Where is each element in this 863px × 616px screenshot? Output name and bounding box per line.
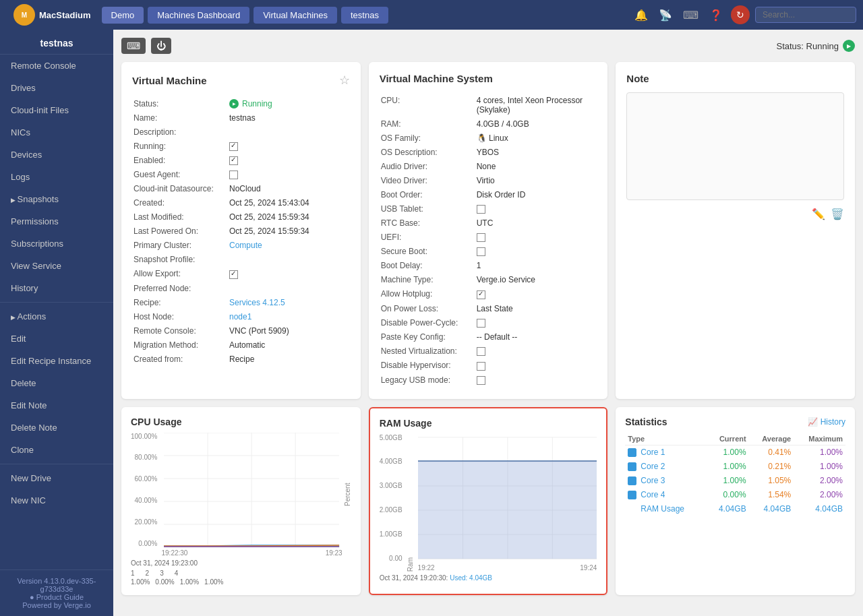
cpu-y-0: 0.00% bbox=[131, 540, 157, 547]
col-type: Type bbox=[625, 433, 706, 445]
vm-value-last-powered: Oct 25, 2024 15:59:34 bbox=[229, 225, 349, 238]
vm-label-recipe: Recipe: bbox=[133, 296, 228, 309]
nav-tab-virtual-machines[interactable]: Virtual Machines bbox=[254, 7, 337, 24]
vm-info-table: Status: Running Name: testnas D bbox=[132, 96, 350, 367]
sidebar-item-clone[interactable]: Clone bbox=[0, 439, 113, 461]
stats-row-core4: Core 4 0.00% 1.54% 2.00% bbox=[625, 488, 845, 502]
sidebar-item-new-drive[interactable]: New Drive bbox=[0, 467, 113, 489]
sidebar-item-drives[interactable]: Drives bbox=[0, 77, 113, 99]
core3-checkbox[interactable] bbox=[628, 476, 636, 485]
core2-maximum: 1.00% bbox=[794, 460, 845, 474]
cards-row: Virtual Machine ☆ Status: Running bbox=[121, 62, 855, 399]
vm-field-migration-method: Migration Method: Automatic bbox=[133, 338, 349, 351]
note-delete-button[interactable]: 🗑️ bbox=[831, 208, 844, 220]
sys-label-boot-delay: Boot Delay: bbox=[381, 259, 475, 272]
usb-tablet-checkbox bbox=[477, 205, 485, 214]
core4-label: Core 4 bbox=[641, 490, 665, 499]
sys-label-ram: RAM: bbox=[381, 117, 475, 130]
vm-field-last-powered: Last Powered On: Oct 25, 2024 15:59:34 bbox=[133, 225, 349, 238]
cpu-y-80: 80.00% bbox=[131, 454, 157, 461]
sidebar-item-nics[interactable]: NICs bbox=[0, 121, 113, 144]
keyboard-icon[interactable]: ⌨ bbox=[680, 6, 701, 24]
sidebar-username: testnas bbox=[0, 30, 113, 55]
power-button[interactable]: ⏻ bbox=[151, 38, 171, 54]
hotplug-checkbox bbox=[477, 290, 485, 299]
sidebar-item-delete[interactable]: Delete bbox=[0, 372, 113, 394]
stats-row-core1: Core 1 1.00% 0.41% 1.00% bbox=[625, 445, 845, 460]
sidebar-item-edit-note[interactable]: Edit Note bbox=[0, 394, 113, 417]
sys-label-disable-power-cycle: Disable Power-Cycle: bbox=[381, 316, 475, 329]
running-checkbox bbox=[229, 142, 238, 151]
vm-system-table: CPU: 4 cores, Intel Xeon Processor (Skyl… bbox=[380, 92, 597, 388]
compute-link[interactable]: Compute bbox=[229, 241, 262, 250]
history-link[interactable]: 📈 History bbox=[808, 417, 845, 427]
help-icon[interactable]: ❓ bbox=[707, 6, 725, 24]
search-input[interactable] bbox=[755, 7, 856, 23]
nav-tab-testnas[interactable]: testnas bbox=[341, 7, 388, 24]
sidebar-item-devices[interactable]: Devices bbox=[0, 144, 113, 166]
core1-checkbox[interactable] bbox=[628, 448, 636, 457]
allow-export-checkbox bbox=[229, 270, 238, 279]
sidebar-item-view-service[interactable]: View Service bbox=[0, 255, 113, 277]
uefi-checkbox bbox=[477, 233, 485, 242]
cpu-val-3: 1.00% bbox=[180, 578, 199, 586]
note-card-title: Note bbox=[626, 73, 844, 84]
cpu-y-60: 60.00% bbox=[131, 475, 157, 483]
stats-header: Statistics 📈 History bbox=[625, 417, 845, 427]
sys-value-video: Virtio bbox=[477, 174, 596, 187]
sidebar-item-edit-recipe[interactable]: Edit Recipe Instance bbox=[0, 350, 113, 372]
core2-checkbox[interactable] bbox=[628, 462, 636, 471]
sidebar-item-subscriptions[interactable]: Subscriptions bbox=[0, 233, 113, 255]
core3-label: Core 3 bbox=[641, 476, 665, 485]
vm-value-host-node: node1 bbox=[229, 310, 349, 323]
ram-chart-area: 5.00GB 4.00GB 3.00GB 2.00GB 1.00GB 0.00 … bbox=[380, 434, 597, 572]
sidebar-item-snapshots[interactable]: Snapshots bbox=[0, 188, 113, 210]
ram-footer-used: Used: 4.04GB bbox=[450, 574, 492, 582]
console-button[interactable]: ⌨ bbox=[121, 38, 146, 54]
notifications-icon[interactable]: 🔔 bbox=[632, 6, 651, 24]
sidebar-item-remote-console[interactable]: Remote Console bbox=[0, 55, 113, 77]
ram-chart-inner: 19:22 19:24 bbox=[418, 434, 597, 572]
sys-label-os-desc: OS Description: bbox=[381, 146, 475, 158]
ram-maximum: 4.04GB bbox=[794, 502, 845, 516]
sidebar-item-delete-note[interactable]: Delete Note bbox=[0, 417, 113, 439]
recipe-link[interactable]: Services 4.12.5 bbox=[229, 298, 285, 307]
note-textarea[interactable] bbox=[626, 92, 844, 200]
sidebar-item-logs[interactable]: Logs bbox=[0, 166, 113, 188]
ram-area-fill bbox=[418, 461, 597, 559]
sidebar-item-cloud-init[interactable]: Cloud-init Files bbox=[0, 99, 113, 121]
refresh-button[interactable]: ↻ bbox=[731, 5, 750, 24]
charts-row: CPU Usage 100.00% 80.00% 60.00% 40.00% 2… bbox=[121, 407, 855, 595]
nav-tab-demo[interactable]: Demo bbox=[102, 7, 144, 24]
stats-row-core3: Core 3 1.00% 1.05% 2.00% bbox=[625, 474, 845, 488]
sys-value-boot-delay: 1 bbox=[477, 259, 596, 272]
sidebar-item-new-nic[interactable]: New NIC bbox=[0, 489, 113, 512]
sys-field-rtc: RTC Base: UTC bbox=[381, 216, 596, 229]
nav-tab-machines-dashboard[interactable]: Machines Dashboard bbox=[148, 7, 249, 24]
cpu-y-axis: 100.00% 80.00% 60.00% 40.00% 20.00% 0.00… bbox=[131, 433, 160, 547]
sys-field-video: Video Driver: Virtio bbox=[381, 174, 596, 187]
sidebar-item-permissions[interactable]: Permissions bbox=[0, 210, 113, 233]
rss-icon[interactable]: 📡 bbox=[656, 6, 675, 24]
sys-value-machine-type: Verge.io Service bbox=[477, 274, 596, 286]
star-button[interactable]: ☆ bbox=[339, 73, 350, 88]
sidebar-item-edit[interactable]: Edit bbox=[0, 328, 113, 350]
vm-label-description: Description: bbox=[133, 125, 228, 138]
sys-label-machine-type: Machine Type: bbox=[381, 274, 475, 286]
node1-link[interactable]: node1 bbox=[229, 312, 251, 321]
sidebar-item-actions[interactable]: Actions bbox=[0, 305, 113, 328]
sidebar-item-history[interactable]: History bbox=[0, 277, 113, 299]
core2-label: Core 2 bbox=[641, 462, 665, 471]
ram-y-1gb: 1.00GB bbox=[380, 530, 403, 538]
note-edit-button[interactable]: ✏️ bbox=[812, 208, 825, 220]
vm-field-primary-cluster: Primary Cluster: Compute bbox=[133, 239, 349, 252]
product-guide-link[interactable]: ● Product Guide bbox=[8, 593, 105, 601]
core4-checkbox[interactable] bbox=[628, 491, 636, 499]
cpu-core-labels: 1 2 3 4 bbox=[131, 569, 351, 577]
ram-y-5gb: 5.00GB bbox=[380, 434, 403, 441]
sys-label-video: Video Driver: bbox=[381, 174, 475, 187]
sys-value-hotplug bbox=[477, 288, 596, 301]
vm-label-cloud-init: Cloud-init Datasource: bbox=[133, 183, 228, 195]
sys-value-disable-power-cycle bbox=[477, 316, 596, 329]
sys-field-os-family: OS Family: 🐧 Linux bbox=[381, 131, 596, 144]
